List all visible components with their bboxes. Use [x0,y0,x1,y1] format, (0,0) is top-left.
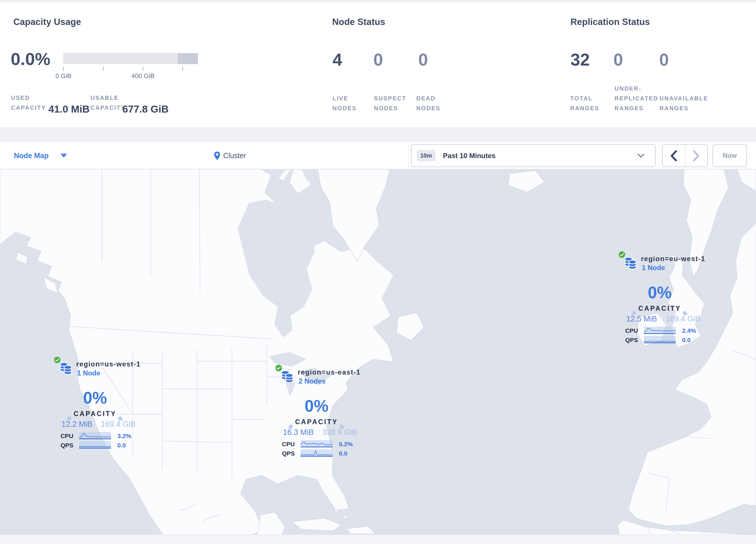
qps-sparkline [644,336,676,343]
live-nodes-label: LIVE NODES [332,93,357,113]
region-label: region=eu-west-1 [641,255,705,263]
cpu-row-label: CPU [48,433,73,440]
region-marker-eu-west-1[interactable]: region=eu-west-1 1 Node 0% CAPACITY 12.5… [613,250,706,349]
footer-strip [0,535,756,544]
cpu-value: 5.2% [339,441,353,448]
capacity-bar-reserved-segment [178,53,198,64]
cluster-summary-panel: Capacity Usage 0.0% 0 GiB 400 GiB USED C… [0,2,756,128]
gauge-total-value: 169.4 GiB [101,420,136,429]
qps-value: 0.0 [682,337,690,344]
cpu-row-label: CPU [270,441,295,448]
gauge-caption: CAPACITY [48,410,142,418]
database-stack-icon [59,362,72,376]
view-selector-dropdown[interactable]: Node Map [14,142,67,169]
node-map-page: Capacity Usage 0.0% 0 GiB 400 GiB USED C… [0,0,756,544]
gauge-percent: 0% [613,284,706,301]
prev-time-button[interactable] [663,145,685,166]
qps-row-label: QPS [48,442,73,449]
qps-value: 0.0 [117,442,126,449]
capacity-usage-percent: 0.0% [11,50,50,68]
under-replicated-count: 0 [613,51,623,68]
view-selector-label: Node Map [14,151,48,160]
database-stack-icon [624,256,637,270]
gauge-total-value: 338.9 GiB [322,428,357,437]
time-range-dropdown[interactable]: 10m Past 10 Minutes [411,144,656,167]
total-ranges-label: TOTAL RANGES [570,93,599,113]
suspect-nodes-count: 0 [373,51,383,68]
dead-nodes-count: 0 [418,51,428,68]
unavailable-label: UNAVAILABLE RANGES [659,93,708,113]
gauge-used-value: 16.3 MiB [283,428,314,437]
cpu-value: 2.4% [682,327,696,334]
gauge-percent: 0% [270,398,363,414]
usable-capacity-label: USABLE CAPACITY [90,93,126,113]
time-step-buttons [662,144,708,167]
used-capacity-value: 41.0 MiB [48,103,90,115]
qps-value: 0.0 [339,450,347,457]
region-node-count: 1 Node [642,264,665,272]
gauge-used-value: 12.2 MiB [61,420,92,429]
region-marker-us-east-1[interactable]: region=us-east-1 2 Nodes 0% CAPACITY 16.… [270,364,363,462]
unavailable-count: 0 [659,51,669,68]
gauge-caption: CAPACITY [270,418,363,426]
region-node-count: 1 Node [77,369,100,377]
cpu-sparkline [79,432,111,439]
location-pin-icon [214,151,220,160]
toolbar-divider [408,143,408,168]
breadcrumb-label: Cluster [223,151,246,160]
qps-sparkline [301,449,332,457]
cpu-row-label: CPU [613,327,638,334]
database-stack-icon [281,370,294,384]
world-map-svg [0,169,756,535]
time-range-badge: 10m [417,150,435,161]
gauge-percent: 0% [48,390,142,406]
suspect-nodes-label: SUSPECT NODES [374,93,406,113]
capacity-usage-title: Capacity Usage [13,17,81,27]
used-capacity-label: USED CAPACITY [11,93,46,113]
qps-row-label: QPS [270,450,295,457]
map-toolbar: Node Map Cluster 10m Past 10 Minutes [0,141,756,169]
region-label: region=us-east-1 [298,368,361,376]
chevron-down-icon [61,154,67,157]
live-nodes-count: 4 [332,51,342,68]
gauge-total-value: 169.4 GiB [666,315,700,324]
dead-nodes-label: DEAD NODES [416,93,441,113]
qps-sparkline [79,441,111,449]
region-marker-us-west-1[interactable]: region=us-west-1 1 Node 0% CAPACITY 12.2… [48,356,142,454]
capacity-axis-tick-0: 0 GiB [55,72,71,80]
node-status-title: Node Status [332,17,385,27]
usable-capacity-value: 677.8 GiB [122,103,169,115]
chevron-left-icon [670,150,677,162]
gauge-used-value: 12.5 MiB [626,315,657,324]
cpu-sparkline [301,440,332,447]
time-range-label: Past 10 Minutes [443,152,495,160]
under-replicated-label: UNDER- REPLICATED RANGES [615,84,658,113]
capacity-usage-bar: 0 GiB 400 GiB [63,53,198,64]
breadcrumb-cluster[interactable]: Cluster [214,142,246,169]
total-ranges-count: 32 [570,51,590,68]
chevron-right-icon [693,150,700,162]
region-node-count: 2 Nodes [299,377,326,385]
next-time-button[interactable] [685,145,708,166]
cpu-value: 3.2% [117,433,131,440]
now-button-label: Now [723,152,737,159]
cpu-sparkline [644,327,676,334]
capacity-axis-tick-400: 400 GiB [131,72,155,80]
region-label: region=us-west-1 [76,360,141,368]
replication-status-title: Replication Status [570,17,650,27]
qps-row-label: QPS [613,337,638,344]
chevron-down-icon [637,153,645,158]
gauge-caption: CAPACITY [613,305,706,313]
now-button[interactable]: Now [713,144,747,167]
world-map [0,169,756,535]
